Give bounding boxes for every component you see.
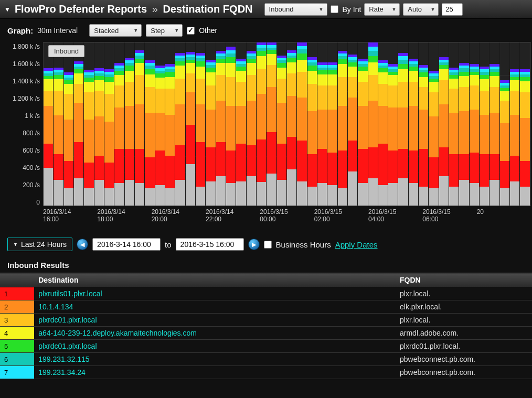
bar-segment xyxy=(338,77,347,106)
bar-segment xyxy=(64,94,73,120)
bar-segment xyxy=(490,72,499,76)
from-date-input[interactable]: 2016-3-14 16:00 xyxy=(92,238,161,251)
bar-segment xyxy=(155,73,165,78)
range-preset-button[interactable]: ▼ Last 24 Hours xyxy=(7,238,72,251)
next-range-button[interactable]: ▶ xyxy=(248,239,260,250)
bar-segment xyxy=(135,104,144,149)
bar-segment xyxy=(135,183,144,206)
bar-segment xyxy=(368,75,378,101)
bar-segment xyxy=(307,71,317,84)
bar-segment xyxy=(409,82,418,106)
bar-segment xyxy=(459,87,469,111)
bar-segment xyxy=(338,59,347,64)
destination-link[interactable]: plxrdc01.plxr.local xyxy=(38,316,97,324)
bar-segment xyxy=(459,111,469,154)
bar-segment xyxy=(429,92,438,116)
bar-segment xyxy=(317,183,327,206)
bar-segment xyxy=(257,69,266,94)
y-tick: 600 /s xyxy=(23,147,40,154)
to-date-input[interactable]: 2016-3-15 16:00 xyxy=(176,238,244,251)
bar-segment xyxy=(125,66,134,71)
bar-segment xyxy=(226,150,236,183)
bar-segment xyxy=(378,72,388,83)
topn-input[interactable]: 25 xyxy=(442,3,463,16)
bar-segment xyxy=(287,62,296,73)
business-hours-checkbox[interactable] xyxy=(264,241,272,249)
bar-segment xyxy=(84,82,93,92)
bar-segment xyxy=(125,82,134,106)
prev-range-button[interactable]: ◀ xyxy=(77,239,88,250)
y-tick: 200 /s xyxy=(23,181,40,189)
destination-link[interactable]: 10.1.4.134 xyxy=(38,303,73,311)
bar-segment xyxy=(155,89,165,113)
table-row[interactable]: 6199.231.32.115pbwebconnect.pb.com. xyxy=(0,353,532,366)
bar-segment xyxy=(358,82,367,106)
graph-toolbar: Graph: 30m Interval Stacked Step Other xyxy=(0,19,532,39)
rate-mode-select[interactable]: Rate xyxy=(364,3,400,16)
bar-segment xyxy=(114,183,124,206)
units-select[interactable]: Auto xyxy=(403,3,439,16)
bar-segment xyxy=(84,120,93,163)
bar-segment xyxy=(480,75,489,79)
destination-link[interactable]: plxrdc01.plxr.local xyxy=(38,342,97,350)
bar-segment xyxy=(338,64,347,77)
bar-segment xyxy=(247,75,256,101)
other-checkbox[interactable] xyxy=(187,27,195,35)
bar-segment xyxy=(398,107,408,149)
bar-segment xyxy=(247,59,256,63)
bar-segment xyxy=(175,79,185,104)
bar-segment xyxy=(348,171,357,206)
bar-column xyxy=(94,42,104,206)
fqdn-cell: pbwebconnect.pb.com. xyxy=(396,366,532,379)
chart-legend[interactable]: Inbound xyxy=(48,45,84,57)
bar-segment xyxy=(327,110,337,153)
col-rank[interactable] xyxy=(0,273,12,287)
bar-segment xyxy=(398,82,408,107)
bar-segment xyxy=(439,176,449,206)
bar-segment xyxy=(226,63,236,77)
bar-column xyxy=(510,42,520,206)
bar-segment xyxy=(277,180,286,206)
bar-segment xyxy=(84,163,93,188)
destination-link[interactable]: 199.231.34.24 xyxy=(38,368,86,377)
bar-segment xyxy=(277,79,286,103)
destination-link[interactable]: plxrutils01.plxr.local xyxy=(38,289,102,298)
bar-segment xyxy=(267,65,276,87)
bar-segment xyxy=(44,144,53,168)
by-int-checkbox[interactable] xyxy=(331,5,338,13)
bar-segment xyxy=(470,85,479,110)
table-row[interactable]: 1plxrutils01.plxr.localplxr.local. xyxy=(0,287,532,300)
table-row[interactable]: 5plxrdc01.plxr.localplxrdc01.plxr.local. xyxy=(0,340,532,353)
bar-segment xyxy=(236,71,246,82)
plot-area[interactable] xyxy=(43,42,531,206)
collapse-icon[interactable]: ▼ xyxy=(4,6,10,13)
bar-segment xyxy=(429,82,438,92)
col-fqdn[interactable]: FQDN xyxy=(396,273,532,287)
bar-segment xyxy=(277,63,286,67)
bar-segment xyxy=(398,149,408,178)
direction-select[interactable]: Inbound xyxy=(264,3,327,16)
table-row[interactable]: 210.1.4.134elk.plxr.local. xyxy=(0,300,532,314)
step-mode-select[interactable]: Step xyxy=(146,24,183,37)
title-suffix: Destination FQDN xyxy=(163,3,252,15)
by-int-label: By Int xyxy=(343,5,361,14)
bar-segment xyxy=(216,101,226,142)
swatch-cell xyxy=(12,340,34,353)
bar-segment xyxy=(500,101,509,123)
destination-link[interactable]: a64-140-239-12.deploy.akamaitechnologies… xyxy=(38,329,197,337)
table-row[interactable]: 3plxrdc01.plxr.localplxr.local. xyxy=(0,314,532,327)
swatch-cell xyxy=(12,300,34,314)
bar-segment xyxy=(480,154,489,187)
table-row[interactable]: 4a64-140-239-12.deploy.akamaitechnologie… xyxy=(0,327,532,340)
stack-mode-select[interactable]: Stacked xyxy=(89,24,142,37)
col-destination[interactable]: Destination xyxy=(34,273,396,287)
bar-segment xyxy=(378,84,388,106)
bar-segment xyxy=(54,180,63,206)
table-row[interactable]: 7199.231.34.24pbwebconnect.pb.com. xyxy=(0,366,532,379)
col-swatch[interactable] xyxy=(12,273,34,287)
bar-segment xyxy=(510,156,519,181)
destination-link[interactable]: 199.231.32.115 xyxy=(38,355,89,363)
x-tick: 2016/3/1504:00 xyxy=(368,208,422,230)
apply-dates-link[interactable]: Apply Dates xyxy=(335,240,378,249)
bar-column xyxy=(44,42,54,206)
